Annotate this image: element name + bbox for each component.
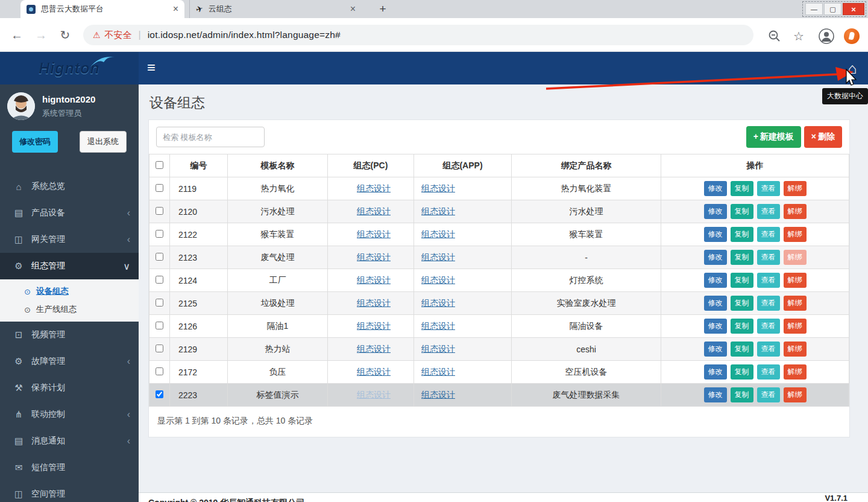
sidebar-item-sms[interactable]: ✉短信管理 — [0, 454, 139, 481]
app-config-link[interactable]: 组态设计 — [421, 206, 455, 216]
action-unbind-button[interactable]: 解绑 — [784, 342, 807, 357]
row-checkbox[interactable] — [156, 390, 163, 398]
action-copy-button[interactable]: 复制 — [731, 273, 753, 288]
row-checkbox[interactable] — [156, 345, 163, 352]
sidebar-item-gateway[interactable]: ◫网关管理‹ — [0, 226, 139, 253]
restore-button[interactable]: ▢ — [824, 3, 841, 15]
action-copy-button[interactable]: 复制 — [731, 181, 753, 196]
close-window-button[interactable]: × — [843, 3, 864, 15]
action-view-button[interactable]: 查看 — [757, 364, 780, 380]
action-edit-button[interactable]: 修改 — [704, 364, 727, 380]
action-unbind-button[interactable]: 解绑 — [784, 296, 807, 311]
search-input[interactable] — [156, 127, 265, 147]
app-config-link[interactable]: 组态设计 — [421, 298, 455, 308]
bookmark-star-icon[interactable]: ☆ — [791, 28, 807, 44]
sidebar-item-maintenance[interactable]: ⚒保养计划 — [0, 375, 139, 401]
action-view-button[interactable]: 查看 — [757, 250, 780, 265]
pc-config-link[interactable]: 组态设计 — [357, 275, 391, 285]
app-config-link[interactable]: 组态设计 — [421, 321, 455, 331]
pc-config-link[interactable]: 组态设计 — [357, 321, 391, 331]
action-copy-button[interactable]: 复制 — [731, 204, 753, 219]
browser-tab-inactive[interactable]: ✈ 云组态 × — [189, 0, 362, 18]
app-config-link[interactable]: 组态设计 — [421, 252, 455, 262]
action-unbind-button[interactable]: 解绑 — [784, 387, 807, 402]
logo-zone[interactable]: Hignton — [0, 52, 139, 84]
pc-config-link[interactable]: 组态设计 — [357, 252, 391, 262]
action-unbind-button[interactable]: 解绑 — [784, 319, 807, 334]
reload-button[interactable]: ↻ — [57, 27, 74, 43]
action-copy-button[interactable]: 复制 — [731, 227, 753, 242]
row-checkbox[interactable] — [156, 253, 163, 261]
select-all-checkbox[interactable] — [156, 161, 163, 169]
action-edit-button[interactable]: 修改 — [704, 387, 727, 402]
action-unbind-button[interactable]: 解绑 — [784, 273, 807, 288]
action-edit-button[interactable]: 修改 — [704, 342, 727, 357]
sidebar-subitem-line-config[interactable]: ⊙生产线组态 — [0, 300, 139, 319]
row-checkbox[interactable] — [156, 207, 163, 215]
app-config-link[interactable]: 组态设计 — [421, 390, 455, 399]
row-checkbox[interactable] — [156, 184, 163, 192]
app-config-link[interactable]: 组态设计 — [421, 275, 455, 285]
logout-button[interactable]: 退出系统 — [80, 131, 127, 153]
action-view-button[interactable]: 查看 — [757, 296, 780, 311]
action-copy-button[interactable]: 复制 — [731, 319, 753, 334]
action-view-button[interactable]: 查看 — [757, 387, 780, 402]
pc-config-link[interactable]: 组态设计 — [357, 206, 391, 216]
tab-close-icon[interactable]: × — [173, 4, 178, 14]
browser-tab-active[interactable]: 思普云大数据平台 × — [20, 0, 184, 18]
action-unbind-button[interactable]: 解绑 — [784, 204, 807, 219]
app-config-link[interactable]: 组态设计 — [421, 229, 455, 239]
sidebar-item-fault[interactable]: ⚙故障管理‹ — [0, 348, 139, 375]
sidebar-item-space[interactable]: ◫空间管理 — [0, 481, 139, 502]
app-config-link[interactable]: 组态设计 — [421, 183, 455, 193]
row-checkbox[interactable] — [156, 276, 163, 284]
sidebar-item-config[interactable]: ⚙组态管理∨ — [0, 253, 139, 279]
sidebar-subitem-device-config[interactable]: ⊙设备组态 — [0, 282, 139, 300]
action-edit-button[interactable]: 修改 — [704, 204, 727, 219]
home-icon[interactable]: ⌂ — [841, 59, 863, 78]
delete-button[interactable]: ×删除 — [804, 126, 842, 148]
new-tab-button[interactable]: + — [375, 2, 391, 17]
row-checkbox[interactable] — [156, 230, 163, 238]
action-unbind-button[interactable]: 解绑 — [784, 181, 807, 196]
app-config-link[interactable]: 组态设计 — [421, 367, 455, 376]
action-edit-button[interactable]: 修改 — [704, 227, 727, 242]
sidebar-item-video[interactable]: ⊡视频管理 — [0, 322, 139, 348]
url-field[interactable]: ⚠ 不安全 | iot.idosp.net/admin/index.html?l… — [83, 25, 753, 45]
action-edit-button[interactable]: 修改 — [704, 250, 727, 265]
sidebar-item-products[interactable]: ▤产品设备‹ — [0, 200, 139, 226]
change-password-button[interactable]: 修改密码 — [12, 131, 58, 153]
action-unbind-button[interactable]: 解绑 — [784, 227, 807, 242]
action-view-button[interactable]: 查看 — [757, 227, 780, 242]
back-button[interactable]: ← — [8, 27, 25, 43]
pc-config-link[interactable]: 组态设计 — [357, 344, 391, 354]
sidebar-item-linkage[interactable]: ⋔联动控制‹ — [0, 401, 139, 428]
sidebar-item-message[interactable]: ▤消息通知‹ — [0, 428, 139, 454]
pc-config-link[interactable]: 组态设计 — [357, 183, 391, 193]
pc-config-link[interactable]: 组态设计 — [357, 229, 391, 239]
forward-button[interactable]: → — [33, 27, 49, 43]
action-view-button[interactable]: 查看 — [757, 204, 780, 219]
new-template-button[interactable]: +新建模板 — [746, 126, 801, 148]
action-unbind-button[interactable]: 解绑 — [784, 364, 807, 380]
row-checkbox[interactable] — [156, 322, 163, 329]
action-copy-button[interactable]: 复制 — [731, 387, 753, 402]
action-edit-button[interactable]: 修改 — [704, 181, 727, 196]
tab-close-icon[interactable]: × — [350, 4, 356, 14]
sidebar-toggle-icon[interactable]: ≡ — [147, 59, 156, 76]
action-view-button[interactable]: 查看 — [757, 273, 780, 288]
row-checkbox[interactable] — [156, 367, 163, 375]
minimize-button[interactable]: — — [805, 3, 823, 15]
action-unbind-button[interactable]: 解绑 — [784, 250, 807, 265]
pc-config-link[interactable]: 组态设计 — [357, 390, 391, 399]
row-checkbox[interactable] — [156, 299, 163, 307]
browser-extension-icon[interactable] — [844, 28, 860, 44]
action-view-button[interactable]: 查看 — [757, 181, 780, 196]
sidebar-item-overview[interactable]: ⌂系统总览 — [0, 173, 139, 200]
action-copy-button[interactable]: 复制 — [731, 250, 753, 265]
action-copy-button[interactable]: 复制 — [731, 342, 753, 357]
pc-config-link[interactable]: 组态设计 — [357, 298, 391, 308]
pc-config-link[interactable]: 组态设计 — [357, 367, 391, 376]
action-view-button[interactable]: 查看 — [757, 319, 780, 334]
zoom-icon[interactable] — [767, 28, 782, 44]
